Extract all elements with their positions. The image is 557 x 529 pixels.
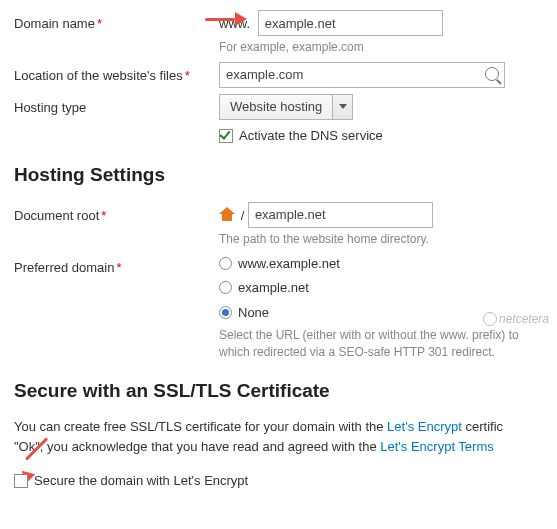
- hosting-type-select[interactable]: Website hosting: [219, 94, 353, 120]
- secure-domain-checkbox-label: Secure the domain with Let's Encrypt: [34, 471, 248, 491]
- document-root-hint: The path to the website home directory.: [219, 231, 543, 248]
- home-icon: [219, 207, 235, 221]
- lets-encrypt-terms-link[interactable]: Let's Encrypt Terms: [380, 439, 494, 454]
- required-asterisk: *: [101, 208, 106, 223]
- required-asterisk: *: [185, 68, 190, 83]
- ssl-description: You can create free SSL/TLS certificate …: [14, 417, 543, 457]
- dns-checkbox[interactable]: [219, 129, 233, 143]
- preferred-domain-hint: Select the URL (either with or without t…: [219, 327, 543, 361]
- hosting-settings-heading: Hosting Settings: [14, 161, 543, 190]
- dns-checkbox-label: Activate the DNS service: [239, 126, 383, 146]
- preferred-radio-none[interactable]: [219, 306, 232, 319]
- required-asterisk: *: [97, 16, 102, 31]
- preferred-domain-label: Preferred domain: [14, 260, 114, 275]
- preferred-radio-apex[interactable]: [219, 281, 232, 294]
- chevron-down-icon: [332, 94, 352, 120]
- preferred-radio-label: www.example.net: [238, 254, 340, 274]
- hosting-type-value: Website hosting: [220, 94, 332, 120]
- location-input[interactable]: [219, 62, 505, 88]
- hosting-type-label: Hosting type: [14, 100, 86, 115]
- lets-encrypt-link[interactable]: Let's Encrypt: [387, 419, 462, 434]
- globe-icon: [483, 312, 497, 326]
- secure-domain-checkbox[interactable]: [14, 474, 28, 488]
- search-icon[interactable]: [485, 67, 499, 81]
- domain-name-label: Domain name: [14, 16, 95, 31]
- ssl-heading: Secure with an SSL/TLS Certificate: [14, 377, 543, 406]
- watermark-logo: netcetera: [483, 310, 549, 328]
- domain-name-input[interactable]: [258, 10, 443, 36]
- document-root-label: Document root: [14, 208, 99, 223]
- domain-hint: For example, example.com: [219, 39, 543, 56]
- preferred-radio-label: example.net: [238, 278, 309, 298]
- www-prefix: www.: [219, 14, 250, 34]
- path-separator: /: [241, 207, 245, 222]
- required-asterisk: *: [116, 260, 121, 275]
- document-root-input[interactable]: [248, 202, 433, 228]
- preferred-radio-label: None: [238, 303, 269, 323]
- location-label: Location of the website's files: [14, 68, 183, 83]
- preferred-radio-www[interactable]: [219, 257, 232, 270]
